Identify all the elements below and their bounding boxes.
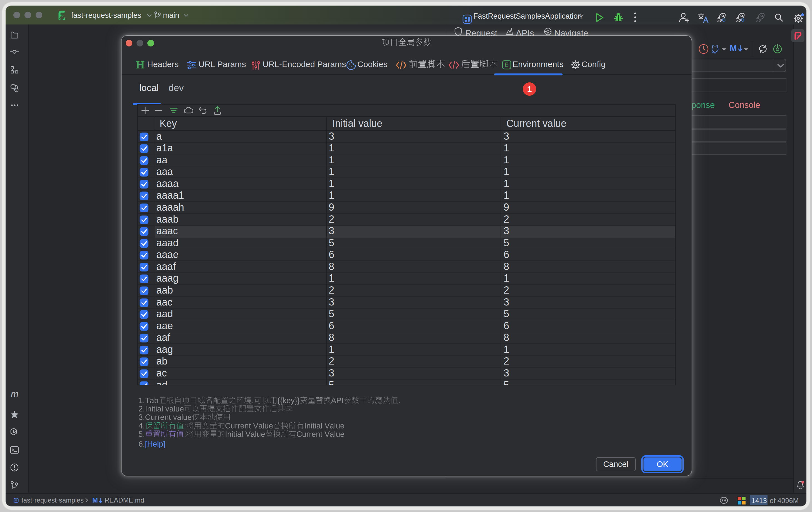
svg-text:?: ?	[15, 88, 18, 92]
